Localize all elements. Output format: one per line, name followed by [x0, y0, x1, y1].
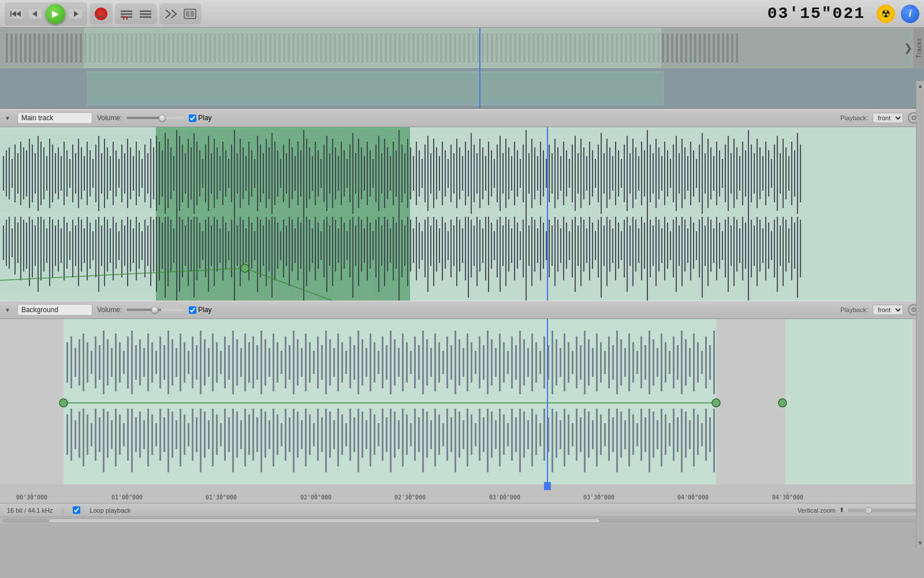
svg-rect-915: [713, 409, 715, 472]
overview-bottom-waveform[interactable]: [0, 68, 924, 109]
svg-rect-864: [507, 423, 509, 446]
svg-rect-688: [446, 336, 448, 388]
scroll-thumb[interactable]: [920, 92, 921, 537]
overview-top-waveform[interactable]: ❯ Tracks: [0, 28, 924, 68]
main-track-play-checkbox[interactable]: Play: [189, 114, 211, 122]
scroll-down-button[interactable]: ▼: [918, 538, 923, 548]
play-back-button[interactable]: [27, 5, 44, 23]
svg-rect-637: [240, 348, 242, 377]
right-scrollbar[interactable]: ▲ ▼: [916, 81, 924, 548]
h-scroll-thumb[interactable]: [49, 518, 600, 523]
svg-rect-135: [286, 153, 287, 194]
svg-rect-475: [468, 217, 469, 298]
svg-rect-31: [0, 127, 924, 301]
svg-rect-607: [119, 342, 121, 383]
svg-rect-786: [192, 409, 193, 461]
overview-scroll-arrow[interactable]: ❯: [904, 42, 912, 54]
main-track-volume-slider[interactable]: [126, 117, 184, 119]
svg-rect-638: [244, 334, 246, 391]
edit-tool-2[interactable]: [137, 5, 154, 23]
timeline-ruler[interactable]: 00'30"000 01'00"000 01'30"000 02'00"000 …: [0, 487, 924, 503]
bg-track-collapse[interactable]: ▼: [5, 307, 10, 313]
svg-rect-494: [523, 220, 524, 277]
main-track-play-check[interactable]: [189, 114, 196, 122]
svg-rect-377: [185, 225, 186, 266]
svg-rect-368: [159, 217, 160, 280]
svg-rect-426: [326, 217, 327, 292]
edit-tool-1[interactable]: [118, 5, 135, 23]
svg-rect-893: [624, 420, 626, 449]
svg-rect-665: [353, 345, 355, 380]
svg-rect-742: [665, 342, 666, 383]
svg-rect-632: [220, 351, 222, 374]
main-track-playback-select[interactable]: front: [873, 113, 903, 123]
play-button[interactable]: ▶: [46, 4, 65, 24]
svg-rect-507: [560, 228, 561, 263]
envelope-point-1: [241, 264, 249, 272]
svg-rect-173: [396, 150, 397, 197]
svg-rect-547: [676, 217, 677, 292]
info-icon[interactable]: i: [901, 5, 919, 23]
bg-track-playback-select[interactable]: front: [873, 305, 903, 315]
rewind-button[interactable]: [8, 5, 25, 23]
svg-rect-822: [337, 409, 339, 466]
svg-rect-375: [179, 217, 180, 292]
main-track-collapse[interactable]: ▼: [5, 115, 10, 121]
main-track-waveform[interactable]: // This is just decorative - will be dra…: [0, 127, 924, 301]
svg-rect-721: [580, 345, 582, 380]
main-track-name-input[interactable]: [17, 112, 92, 124]
bg-track-play-checkbox[interactable]: Play: [189, 306, 211, 314]
svg-rect-311: [794, 150, 795, 197]
horizontal-scrollbar[interactable]: [0, 517, 924, 524]
svg-rect-641: [256, 345, 258, 380]
svg-rect-566: [731, 225, 732, 266]
vertical-zoom-slider[interactable]: [848, 509, 917, 512]
svg-rect-292: [739, 156, 740, 191]
svg-rect-639: [248, 342, 250, 383]
burn-icon[interactable]: ☢: [877, 5, 895, 23]
svg-rect-871: [535, 414, 537, 455]
svg-rect-845: [430, 420, 432, 449]
svg-rect-788: [200, 409, 202, 472]
svg-rect-875: [552, 409, 553, 472]
svg-rect-806: [273, 409, 274, 466]
h-scroll-track[interactable]: [2, 518, 922, 523]
svg-rect-358: [130, 220, 131, 272]
play-forward-button[interactable]: [67, 5, 84, 23]
svg-text:03'30"000: 03'30"000: [583, 494, 614, 501]
bg-track-volume-slider-container[interactable]: [126, 309, 184, 311]
main-track-volume-slider-container[interactable]: [126, 117, 184, 119]
svg-rect-744: [673, 336, 675, 388]
svg-rect-288: [728, 136, 729, 211]
loop-playback-checkbox[interactable]: [73, 506, 80, 514]
svg-rect-334: [61, 228, 62, 263]
bg-track-name-input[interactable]: [17, 304, 92, 316]
record-button[interactable]: [92, 5, 110, 23]
svg-rect-107: [205, 144, 206, 202]
bg-track-waveform[interactable]: [0, 319, 924, 487]
svg-rect-586: [788, 228, 789, 263]
svg-rect-152: [335, 147, 336, 199]
arrange-tool[interactable]: [162, 5, 180, 23]
svg-rect-732: [624, 348, 626, 377]
svg-rect-618: [163, 345, 165, 380]
svg-rect-724: [592, 348, 594, 377]
svg-rect-726: [600, 342, 602, 383]
svg-rect-357: [127, 217, 128, 286]
scroll-up-button[interactable]: ▲: [918, 81, 923, 91]
svg-rect-425: [323, 220, 325, 277]
svg-rect-801: [252, 409, 254, 461]
svg-rect-119: [240, 139, 241, 208]
svg-rect-701: [499, 334, 501, 391]
svg-rect-20: [186, 11, 189, 17]
svg-rect-110: [214, 139, 215, 208]
svg-rect-205: [488, 142, 489, 205]
svg-rect-739: [653, 339, 654, 386]
bg-track-play-check[interactable]: [189, 306, 196, 314]
svg-rect-553: [693, 223, 694, 269]
svg-rect-685: [434, 334, 436, 391]
bg-track-volume-slider[interactable]: [126, 309, 184, 311]
svg-rect-439: [364, 228, 365, 263]
export-tool[interactable]: [181, 5, 199, 23]
svg-rect-866: [515, 417, 517, 452]
